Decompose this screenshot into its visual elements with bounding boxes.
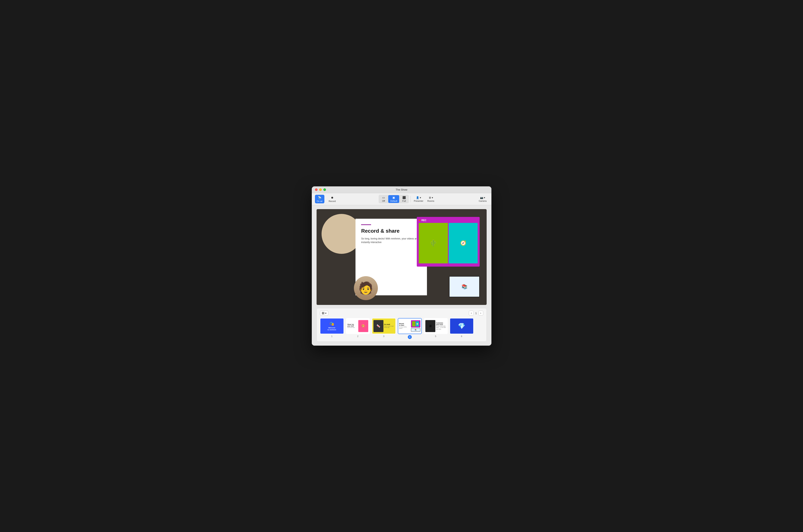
rec-right-panel: 🧭 bbox=[449, 223, 478, 263]
slide-accent-bar bbox=[361, 224, 371, 225]
off-icon: ▭ bbox=[382, 196, 385, 199]
rooms-icon: 🖥 ▾ bbox=[429, 196, 433, 199]
slide-num-2: 2 bbox=[357, 335, 358, 338]
toolbar-left: 📡 On air ⏺ Record bbox=[315, 195, 338, 203]
slide-thumb-container-3[interactable]: 🍬 Go small Point a zoom to getall the wa… bbox=[372, 318, 396, 338]
page-number: 1 bbox=[475, 312, 477, 315]
maximize-button[interactable] bbox=[323, 188, 326, 191]
slide-rec-panel: REC 🌵 🧭 bbox=[417, 217, 480, 267]
slide-num-badge-4: 4 bbox=[408, 335, 412, 339]
next-page-button[interactable]: › bbox=[479, 311, 483, 316]
presenter-icon: 👤 ▾ bbox=[416, 196, 422, 199]
toolbar: 📡 On air ⏺ Record ▭ Off ▣ Default ⬛ bbox=[312, 193, 491, 205]
camera-icon: 📷 ▾ bbox=[480, 196, 485, 199]
slide-num-6: 6 bbox=[461, 335, 462, 338]
camera-button[interactable]: 📷 ▾ Camera bbox=[477, 195, 488, 203]
view-mode-group: ▭ Off ▣ Default ⬛ Full bbox=[379, 195, 409, 203]
mac-window: The Show 📡 On air ⏺ Record ▭ Off ▣ Defa bbox=[312, 186, 491, 345]
rec-content: 🌵 🧭 bbox=[419, 223, 478, 263]
slide-body-text: So long, boring decks! With mmhmm, your … bbox=[361, 237, 422, 244]
slide-thumb-2[interactable]: Show 'emyour stuff some text here 🎨 bbox=[346, 318, 370, 334]
rooms-button[interactable]: 🖥 ▾ Rooms bbox=[426, 195, 436, 203]
slide-title: Record & share bbox=[361, 228, 422, 234]
add-slide-button[interactable]: 🖼 ▾ bbox=[320, 311, 328, 316]
full-mode-button[interactable]: ⬛ Full bbox=[399, 195, 408, 203]
full-icon: ⬛ bbox=[403, 196, 406, 199]
main-content: Record & share So long, boring decks! Wi… bbox=[312, 205, 491, 345]
slide-num-3: 3 bbox=[383, 335, 384, 338]
window-title: The Show bbox=[396, 188, 407, 191]
rec-label: REC bbox=[422, 219, 426, 222]
toolbar-center: ▭ Off ▣ Default ⬛ Full 👤 ▾ Presenter 🖥 ▾ bbox=[339, 195, 475, 203]
close-button[interactable] bbox=[315, 188, 318, 191]
slide-thumb-6[interactable]: 💎 bbox=[450, 318, 474, 334]
default-icon: ▣ bbox=[392, 196, 395, 199]
slides-strip: 🎭 Welcometo mmhmm 1 Show 'emyour stuff s… bbox=[320, 318, 483, 339]
slide-thumb-4[interactable]: Record& share So long, boring decks!... … bbox=[398, 318, 422, 334]
slide-num-1: 1 bbox=[331, 335, 332, 338]
slide-thumb-3[interactable]: 🍬 Go small Point a zoom to getall the wa… bbox=[372, 318, 396, 334]
rec-badge: REC bbox=[419, 219, 478, 222]
slide-thumb-5[interactable]: 🖥 Customizeyour room Let your personalit… bbox=[424, 318, 448, 334]
on-air-button[interactable]: 📡 On air bbox=[315, 195, 324, 203]
default-mode-button[interactable]: ▣ Default bbox=[388, 195, 399, 203]
slide-thumb-container-6[interactable]: 💎 6 bbox=[450, 318, 474, 338]
traffic-lights bbox=[315, 188, 326, 191]
slides-strip-wrapper: 🖼 ▾ ‹ 1 › 🎭 Welcometo mmhmm bbox=[317, 308, 487, 342]
slide-small-panel: 📚 bbox=[449, 276, 480, 297]
broadcast-icon: 📡 bbox=[317, 196, 322, 200]
record-icon: ⏺ bbox=[330, 196, 334, 200]
add-icon: 🖼 bbox=[322, 312, 324, 315]
rec-left-panel: 🌵 bbox=[419, 223, 448, 263]
slide-preview: Record & share So long, boring decks! Wi… bbox=[317, 209, 487, 305]
slide-avatar: 🧑 bbox=[354, 276, 378, 300]
rec-indicator bbox=[419, 220, 421, 221]
record-button[interactable]: ⏺ Record bbox=[327, 195, 337, 203]
slide-thumb-container-2[interactable]: Show 'emyour stuff some text here 🎨 2 bbox=[346, 318, 370, 338]
pagination: ‹ 1 › bbox=[469, 311, 483, 316]
slide-thumb-container-4[interactable]: Record& share So long, boring decks!... … bbox=[398, 318, 422, 339]
slide-background: Record & share So long, boring decks! Wi… bbox=[317, 209, 487, 305]
slides-strip-header: 🖼 ▾ ‹ 1 › bbox=[320, 311, 483, 316]
slide-thumb-1[interactable]: 🎭 Welcometo mmhmm bbox=[320, 318, 344, 334]
add-label: ▾ bbox=[325, 312, 326, 315]
toolbar-divider bbox=[410, 196, 411, 202]
toolbar-right: 📷 ▾ Camera bbox=[477, 195, 488, 203]
off-mode-button[interactable]: ▭ Off bbox=[379, 195, 388, 203]
slide-num-5: 5 bbox=[435, 335, 436, 338]
minimize-button[interactable] bbox=[319, 188, 322, 191]
title-bar: The Show bbox=[312, 186, 491, 193]
slide-thumb-container-5[interactable]: 🖥 Customizeyour room Let your personalit… bbox=[424, 318, 448, 338]
prev-page-button[interactable]: ‹ bbox=[469, 311, 474, 316]
slide-thumb-container-1[interactable]: 🎭 Welcometo mmhmm 1 bbox=[320, 318, 344, 338]
presenter-button[interactable]: 👤 ▾ Presenter bbox=[412, 195, 425, 203]
